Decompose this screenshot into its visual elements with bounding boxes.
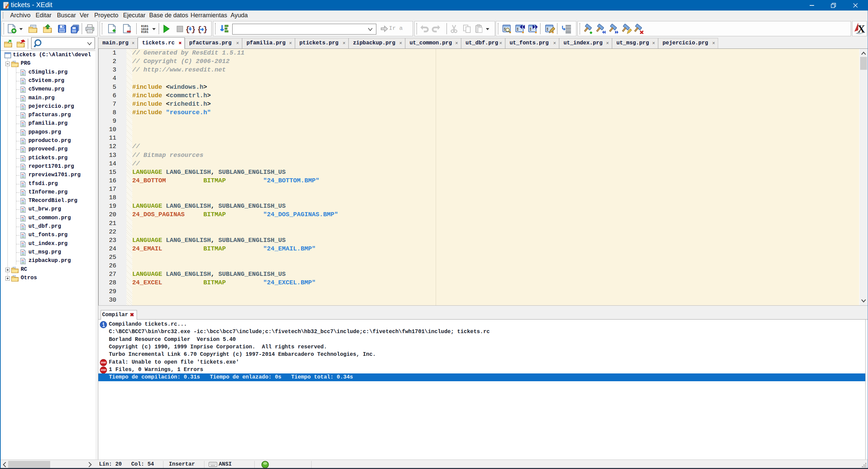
svg-text:}: } — [203, 25, 207, 34]
svg-text:}: } — [191, 25, 195, 34]
svg-text:X: X — [857, 23, 865, 35]
svg-text:STOP: STOP — [101, 362, 106, 364]
svg-text:0101: 0101 — [141, 30, 149, 34]
svg-text:STOP: STOP — [101, 369, 106, 371]
